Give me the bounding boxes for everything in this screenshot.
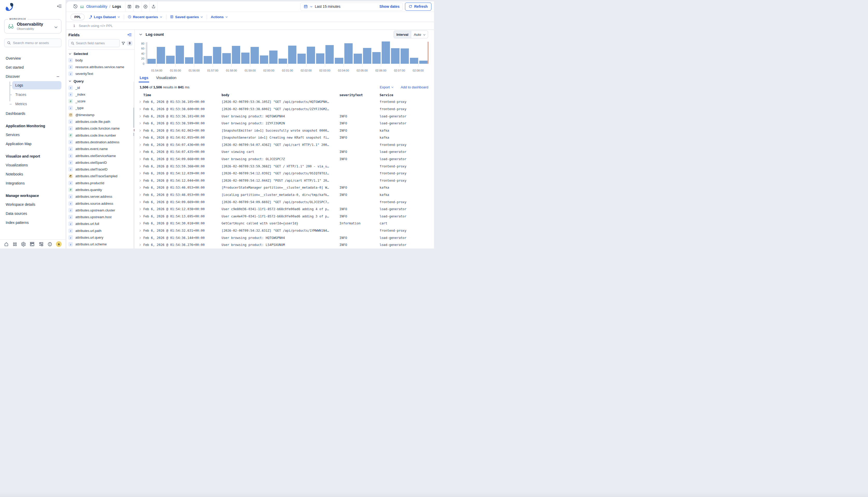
expand-row-icon[interactable] [139, 108, 143, 110]
sidebar-item-application-map[interactable]: Application Map [4, 139, 61, 148]
field-item[interactable]: tattributes.url.query [68, 234, 134, 241]
histogram-bar[interactable] [147, 59, 156, 64]
sidebar-search-input[interactable]: Search menu or assets [4, 39, 61, 47]
histogram-bar[interactable] [344, 43, 353, 64]
query-language-button[interactable]: PPL [70, 14, 85, 20]
histogram-bar[interactable] [288, 46, 296, 64]
histogram-bar[interactable] [410, 58, 418, 64]
histogram-bar[interactable] [391, 48, 399, 64]
field-item[interactable]: t_id [68, 84, 134, 91]
histogram-bar[interactable] [194, 43, 203, 64]
apps-icon[interactable] [12, 242, 17, 247]
add-to-dashboard-button[interactable]: Add to dashboard [401, 85, 428, 89]
field-item[interactable]: tbody [68, 57, 134, 63]
field-item[interactable]: #_score [68, 98, 134, 104]
field-search-input[interactable]: Search field names [68, 39, 120, 47]
field-section-query[interactable]: Query [68, 77, 134, 84]
field-item[interactable]: tattributes.productId [68, 180, 134, 186]
field-item[interactable]: tattributes.upstream.host [68, 214, 134, 221]
histogram-bar[interactable] [297, 54, 306, 64]
actions-menu[interactable]: Actions [210, 15, 229, 19]
info-icon[interactable] [47, 242, 52, 247]
expand-row-icon[interactable] [139, 201, 143, 203]
field-item[interactable]: tattributes.code.file.path [68, 118, 134, 125]
expand-row-icon[interactable] [139, 172, 143, 175]
refresh-button[interactable]: Refresh [405, 3, 431, 11]
field-filter-button[interactable]: 0 [121, 41, 132, 46]
saved-queries-menu[interactable]: Saved queries [169, 15, 204, 19]
expand-row-icon[interactable] [139, 165, 143, 168]
collapse-chart-icon[interactable] [139, 33, 143, 36]
expand-row-icon[interactable] [139, 208, 143, 210]
histogram-bar[interactable] [325, 45, 334, 64]
sidebar-item-dashboards[interactable]: Dashboards [4, 109, 61, 118]
histogram-plot[interactable]: 02040608001:54:0001:55:0001:56:0001:57:0… [147, 41, 428, 64]
avatar[interactable]: a [56, 241, 62, 247]
histogram-bar[interactable] [185, 57, 193, 64]
histogram-bar[interactable] [316, 53, 324, 64]
histogram-bar[interactable] [279, 59, 287, 64]
field-item[interactable]: t_type [68, 105, 134, 111]
expand-row-icon[interactable] [139, 237, 143, 239]
save-icon[interactable] [125, 1, 133, 12]
expand-row-icon[interactable] [139, 186, 143, 189]
dataset-selector[interactable]: Logs Dataset [87, 15, 121, 19]
add-icon[interactable] [141, 1, 150, 12]
folder-open-icon[interactable] [133, 1, 141, 12]
sidebar-item-data-sources[interactable]: Data sources [4, 209, 61, 218]
tab-visualization[interactable]: Visualization [156, 76, 176, 82]
histogram-bar[interactable] [401, 48, 409, 64]
field-item[interactable]: tattributes.source.address [68, 200, 134, 207]
sidebar-item-get-started[interactable]: Get started [4, 63, 61, 72]
field-item[interactable]: tattributes.upstream.cluster [68, 207, 134, 214]
sidebar-item-workspace-details[interactable]: Workspace details [4, 200, 61, 209]
histogram-bar[interactable] [222, 53, 231, 64]
field-item[interactable]: tattributes.url.full [68, 221, 134, 227]
expand-row-icon[interactable] [139, 179, 143, 182]
field-item[interactable]: tattributes.event.name [68, 146, 134, 152]
field-item[interactable]: #attributes.quantity [68, 186, 134, 193]
field-item[interactable]: tresource.attributes.service.name [68, 63, 134, 70]
time-range-picker[interactable]: Last 15 minutes Show dates [300, 3, 403, 11]
tab-logs[interactable]: Logs [140, 76, 148, 82]
show-dates-button[interactable]: Show dates [379, 4, 400, 9]
histogram-bar[interactable] [269, 51, 278, 64]
settings-icon[interactable] [21, 242, 26, 247]
histogram-bar[interactable] [166, 56, 174, 64]
share-icon[interactable] [150, 1, 158, 12]
histogram-bar[interactable] [251, 47, 259, 64]
histogram-bar[interactable] [382, 41, 390, 64]
field-item[interactable]: tattributes.code.function.name [68, 125, 134, 132]
histogram-bar[interactable] [176, 46, 184, 64]
histogram-bar[interactable] [372, 52, 381, 64]
field-item[interactable]: tattributes.otelServiceName [68, 152, 134, 159]
workspace-selector[interactable]: WORKSPACE Observability Observability [4, 19, 61, 33]
field-item[interactable]: tattributes.url.path [68, 227, 134, 234]
collapse-sidebar-icon[interactable] [57, 4, 62, 9]
sidebar-item-discover[interactable]: Discover [4, 72, 61, 81]
field-item[interactable]: t_index [68, 91, 134, 98]
histogram-bar[interactable] [213, 47, 221, 64]
sidebar-item-visualizations[interactable]: Visualizations [4, 161, 61, 169]
field-item[interactable]: tattributes.otelTraceID [68, 166, 134, 173]
dev-tools-icon[interactable] [30, 242, 35, 247]
sidebar-item-overview[interactable]: Overview [4, 54, 61, 63]
field-section-selected[interactable]: Selected [68, 50, 134, 57]
sidebar-item-index-patterns[interactable]: Index patterns [4, 218, 61, 227]
expand-row-icon[interactable] [139, 101, 143, 103]
minus-icon[interactable] [56, 75, 60, 79]
field-item[interactable]: @timestamp [68, 111, 134, 118]
field-item[interactable]: attributes.otelTraceSampled [68, 173, 134, 180]
histogram-bar[interactable] [241, 53, 250, 64]
sidebar-item-logs[interactable]: Logs [12, 81, 61, 89]
expand-row-icon[interactable] [139, 158, 143, 160]
query-editor[interactable]: 1 Search using </> PPL [66, 22, 434, 30]
calendar-icon[interactable] [304, 4, 308, 9]
expand-row-icon[interactable] [139, 144, 143, 146]
field-item[interactable]: tattributes.destination.address [68, 139, 134, 145]
expand-row-icon[interactable] [139, 229, 143, 232]
field-item[interactable]: tattributes.otelSpanID [68, 159, 134, 166]
time-range-value[interactable]: Last 15 minutes [315, 4, 340, 9]
field-item[interactable]: tseverityText [68, 70, 134, 77]
panel-resize-handle[interactable]: ‖ [133, 128, 135, 133]
